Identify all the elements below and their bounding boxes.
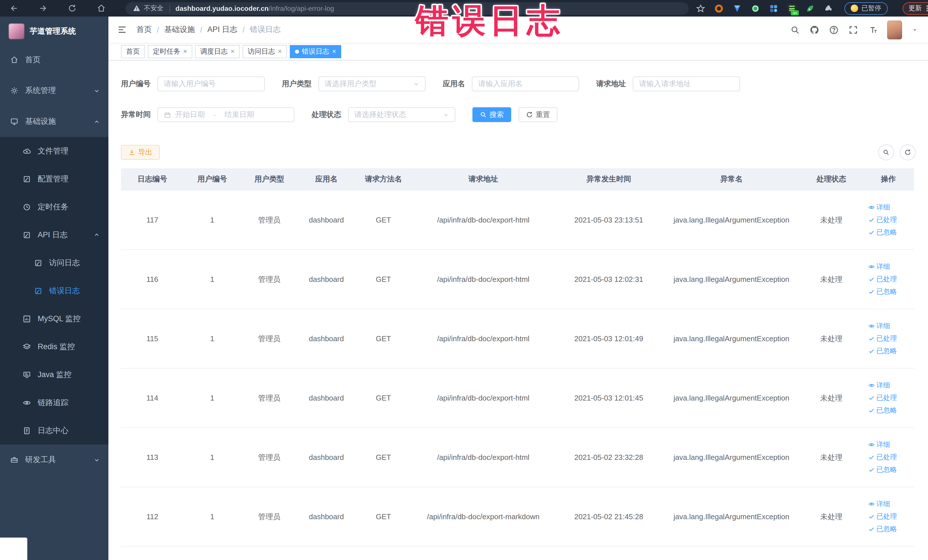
sidebar-item-trace[interactable]: 链路追踪 [0, 389, 108, 417]
close-icon[interactable]: × [278, 48, 282, 55]
browser-reload-icon[interactable] [66, 3, 78, 14]
reset-button[interactable]: 重置 [519, 107, 557, 122]
mark-ignored-link[interactable]: 已忽略 [868, 524, 897, 534]
sidebar-item-access-log[interactable]: 访问日志 [0, 249, 108, 277]
edit-square-icon [23, 231, 31, 239]
extensions-puzzle-icon[interactable] [824, 4, 833, 13]
cell-exception-time: 2021-05-02 21:45:28 [554, 512, 663, 521]
gear-icon [10, 87, 18, 95]
detail-link[interactable]: 详细 [868, 321, 890, 331]
mark-processed-link[interactable]: 已处理 [868, 452, 897, 462]
mark-processed-link[interactable]: 已处理 [868, 215, 897, 225]
browser-back-icon[interactable] [8, 3, 20, 14]
tags-view: 首页 定时任务 × 调度日志 × 访问日志 × 错误日志 × [108, 43, 928, 61]
detail-link[interactable]: 详细 [868, 262, 890, 272]
sidebar-item-api-log[interactable]: API 日志 [0, 221, 108, 249]
extension-green-circle-icon[interactable] [751, 4, 760, 13]
caret-down-icon[interactable] [911, 26, 918, 33]
cell-exception-name: java.lang.IllegalArgumentException [663, 453, 800, 462]
sidebar-item-mysql[interactable]: MySQL 监控 [0, 305, 108, 333]
sidebar-item-config[interactable]: 配置管理 [0, 165, 108, 193]
extension-orange-icon[interactable] [714, 4, 723, 13]
toggle-search-button[interactable] [878, 144, 894, 160]
close-icon[interactable]: × [183, 48, 187, 55]
security-label: 不安全 [144, 4, 163, 12]
sidebar-item-infra[interactable]: 基础设施 [0, 106, 108, 137]
tag-home[interactable]: 首页 [121, 45, 145, 58]
calendar-icon [164, 111, 171, 118]
mark-processed-link[interactable]: 已处理 [868, 334, 897, 343]
cell-app-name: dashboard [298, 275, 355, 284]
extension-grid-icon[interactable] [769, 4, 778, 13]
refresh-table-button[interactable] [899, 144, 916, 160]
cell-request-url: /api/infra/db-doc/export-html [412, 453, 554, 462]
cell-method: GET [355, 453, 412, 462]
check-icon [868, 276, 875, 282]
browser-home-icon[interactable] [95, 3, 107, 14]
mark-ignored-link[interactable]: 已忽略 [868, 287, 897, 297]
help-icon[interactable] [829, 25, 838, 35]
sidebar-item-file[interactable]: 文件管理 [0, 137, 108, 165]
sidebar-item-job[interactable]: 定时任务 [0, 193, 108, 221]
fullscreen-icon[interactable] [848, 25, 858, 35]
breadcrumb-infra[interactable]: 基础设施 [164, 24, 195, 35]
mark-processed-link[interactable]: 已处理 [868, 275, 897, 284]
search-button[interactable]: 搜索 [472, 107, 511, 122]
app-name-input[interactable]: 请输入应用名 [472, 76, 579, 91]
close-icon[interactable]: × [332, 48, 336, 55]
cell-actions: 详细 已处理 已忽略 [863, 440, 914, 475]
detail-link[interactable]: 详细 [868, 381, 890, 390]
detail-link[interactable]: 详细 [868, 440, 890, 450]
user-type-select[interactable]: 请选择用户类型 [318, 76, 426, 91]
mark-ignored-link[interactable]: 已忽略 [868, 227, 897, 237]
sidebar-item-java[interactable]: Java 监控 [0, 360, 108, 389]
sidebar-item-home[interactable]: 首页 [0, 44, 108, 75]
extension-paused-pill[interactable]: 已暂停 [844, 2, 887, 15]
search-icon [480, 111, 487, 118]
user-type-label: 用户类型 [282, 79, 311, 89]
detail-link[interactable]: 详细 [868, 499, 890, 509]
hamburger-icon[interactable] [117, 25, 127, 34]
browser-menu-icon[interactable] [926, 5, 928, 11]
exception-time-range-picker[interactable]: 开始日期 - 结束日期 [157, 107, 295, 122]
emoji-icon [851, 5, 858, 12]
tag-job[interactable]: 定时任务 × [148, 45, 192, 58]
font-size-icon[interactable] [867, 25, 877, 35]
mark-processed-link[interactable]: 已处理 [868, 512, 897, 522]
sidebar-item-error-log[interactable]: 错误日志 [0, 277, 108, 305]
sidebar-item-log-center[interactable]: 日志中心 [0, 417, 108, 444]
bookmark-star-icon[interactable] [696, 4, 705, 13]
edit-square-icon [34, 287, 42, 295]
github-icon[interactable] [809, 25, 819, 35]
process-status-select[interactable]: 请选择处理状态 [348, 107, 455, 122]
search-icon[interactable] [790, 25, 800, 35]
detail-link[interactable]: 详细 [868, 203, 890, 212]
browser-update-pill[interactable]: 更新 [902, 2, 928, 15]
search-icon [882, 149, 889, 156]
sidebar-item-system[interactable]: 系统管理 [0, 75, 108, 106]
browser-forward-icon[interactable] [37, 3, 49, 14]
mark-processed-link[interactable]: 已处理 [868, 393, 897, 403]
tag-access-log[interactable]: 访问日志 × [243, 45, 287, 58]
breadcrumb-api-log[interactable]: API 日志 [208, 24, 237, 35]
tag-job-log[interactable]: 调度日志 × [195, 45, 240, 58]
mark-ignored-link[interactable]: 已忽略 [868, 465, 897, 475]
sidebar-item-dev-tools[interactable]: 研发工具 [0, 444, 108, 475]
mark-ignored-link[interactable]: 已忽略 [868, 346, 897, 356]
sidebar-item-redis[interactable]: Redis 监控 [0, 333, 108, 360]
extension-leaf-icon[interactable] [806, 4, 815, 13]
cloud-upload-icon [23, 147, 31, 155]
user-avatar[interactable] [887, 20, 902, 39]
request-url-input[interactable]: 请输入请求地址 [633, 76, 740, 91]
close-icon[interactable]: × [230, 48, 235, 55]
mark-ignored-link[interactable]: 已忽略 [868, 406, 897, 415]
cell-actions: 详细 已处理 已忽略 [863, 262, 914, 297]
extension-proxy-icon[interactable]: on [788, 4, 797, 13]
export-button[interactable]: 导出 [121, 145, 160, 160]
user-id-input[interactable]: 请输入用户编号 [157, 76, 265, 91]
extension-shield-icon[interactable] [733, 4, 742, 13]
breadcrumb-home[interactable]: 首页 [136, 24, 152, 35]
app-logo-row[interactable]: 芋道管理系统 [0, 17, 108, 40]
tag-error-log[interactable]: 错误日志 × [290, 45, 341, 58]
address-bar[interactable]: 不安全 dashboard.yudao.iocoder.cn /infra/lo… [125, 2, 688, 15]
